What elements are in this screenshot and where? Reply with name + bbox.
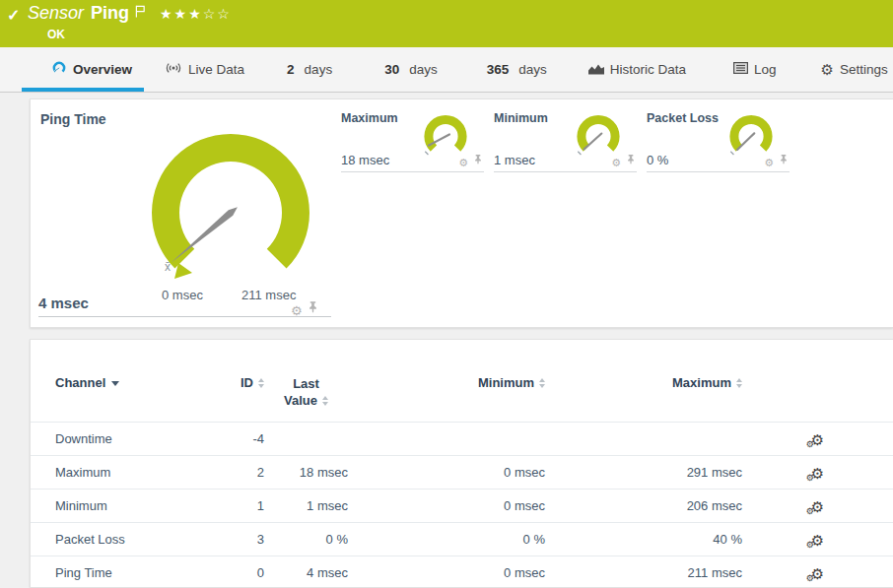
gauge-settings-gear-icon[interactable]: ⚙ bbox=[764, 158, 774, 168]
channel-id: 0 bbox=[169, 555, 264, 588]
mini-gauge-title: Packet Loss bbox=[647, 111, 719, 125]
tab-2-days[interactable]: 2 days bbox=[287, 47, 332, 92]
tab-live-data-label: Live Data bbox=[188, 62, 244, 77]
channel-table: Channel ID Last Value Minimum Maximum bbox=[31, 367, 893, 588]
mini-gauge-packet-loss: Packet Loss 0 % ⚙ bbox=[647, 109, 790, 172]
sensor-title: Sensor Ping ★★★☆☆ bbox=[28, 3, 232, 24]
tab-overview[interactable]: Overview bbox=[51, 47, 132, 92]
ping-time-gauge bbox=[132, 122, 329, 280]
gauge-settings-gear-icon[interactable]: ⚙ bbox=[458, 158, 468, 168]
sort-icon bbox=[258, 378, 264, 388]
channel-last-value: 0 % bbox=[264, 522, 348, 555]
table-row: Downtime -4 ⚙⚙ bbox=[31, 422, 893, 455]
mini-gauge-minimum: Minimum 1 msec ⚙ bbox=[494, 109, 637, 172]
channel-id: -4 bbox=[169, 422, 264, 455]
sensor-kind-label: Sensor bbox=[28, 3, 84, 24]
priority-stars[interactable]: ★★★☆☆ bbox=[160, 6, 232, 22]
channel-settings-gears-icon[interactable]: ⚙⚙ bbox=[811, 533, 824, 548]
mini-gauge-value: 18 msec bbox=[341, 153, 389, 167]
channel-minimum: 0 msec bbox=[348, 489, 545, 522]
mini-gauge-maximum: Maximum 18 msec ⚙ bbox=[341, 109, 484, 172]
gauge-settings-gear-icon[interactable]: ⚙ bbox=[611, 158, 621, 168]
sensor-name: Ping bbox=[91, 3, 129, 24]
broadcast-icon bbox=[165, 61, 182, 78]
main-gauge-title: Ping Time bbox=[40, 111, 106, 127]
sensor-status-bar: ✓ Sensor Ping ★★★☆☆ OK bbox=[0, 0, 893, 47]
gauge-pin-icon[interactable] bbox=[309, 299, 317, 317]
gauge-icon bbox=[51, 61, 67, 78]
channel-minimum: 0 msec bbox=[348, 455, 545, 489]
channel-maximum: 206 msec bbox=[545, 489, 742, 522]
main-gauge-value: 4 msec bbox=[38, 294, 89, 311]
channel-name[interactable]: Maximum bbox=[31, 455, 169, 489]
channel-maximum bbox=[545, 422, 742, 455]
tab-30-days[interactable]: 30 days bbox=[384, 47, 438, 92]
mini-gauge-title: Minimum bbox=[494, 111, 548, 125]
tab-log[interactable]: Log bbox=[733, 47, 777, 92]
gauge-pin-icon[interactable] bbox=[474, 151, 482, 168]
channel-last-value: 4 msec bbox=[264, 555, 348, 588]
channel-name[interactable]: Ping Time bbox=[31, 555, 169, 588]
tab-overview-label: Overview bbox=[73, 62, 132, 77]
channel-settings-gears-icon[interactable]: ⚙⚙ bbox=[811, 566, 824, 581]
tab-log-label: Log bbox=[754, 62, 777, 77]
channel-maximum: 211 msec bbox=[545, 555, 742, 588]
channel-id: 3 bbox=[169, 522, 264, 555]
gear-icon: ⚙ bbox=[821, 62, 834, 77]
sort-icon bbox=[539, 378, 545, 388]
tab-settings[interactable]: ⚙ Settings bbox=[821, 47, 888, 92]
column-header-actions bbox=[742, 367, 893, 422]
channel-maximum: 291 msec bbox=[545, 455, 742, 489]
mean-symbol: x̄ bbox=[165, 260, 171, 274]
channel-last-value: 18 msec bbox=[264, 455, 348, 489]
sort-icon bbox=[322, 396, 328, 406]
table-row: Maximum 2 18 msec 0 msec 291 msec ⚙⚙ bbox=[31, 455, 893, 489]
tab-historic-data[interactable]: Historic Data bbox=[588, 47, 686, 92]
gauge-scale-min: 0 msec bbox=[162, 288, 203, 302]
log-list-icon bbox=[733, 62, 748, 77]
channel-settings-gears-icon[interactable]: ⚙⚙ bbox=[811, 432, 824, 447]
mini-gauge-value: 1 msec bbox=[494, 153, 535, 167]
mini-gauge-value: 0 % bbox=[647, 153, 668, 167]
channel-maximum: 40 % bbox=[545, 522, 742, 555]
sort-descending-icon bbox=[111, 381, 119, 386]
tab-365-days-unit: days bbox=[518, 62, 547, 77]
prtg-sensor-page: ✓ Sensor Ping ★★★☆☆ OK Overview bbox=[0, 0, 893, 588]
column-header-channel[interactable]: Channel bbox=[31, 367, 169, 422]
tab-30-days-number: 30 bbox=[384, 62, 399, 77]
table-row: Packet Loss 3 0 % 0 % 40 % ⚙⚙ bbox=[31, 522, 893, 555]
gauge-scale-max: 211 msec bbox=[241, 288, 296, 302]
tab-live-data[interactable]: Live Data bbox=[165, 47, 244, 92]
channel-minimum bbox=[348, 422, 545, 455]
gauge-pin-icon[interactable] bbox=[627, 151, 635, 168]
channel-name[interactable]: Downtime bbox=[31, 422, 169, 455]
channel-last-value bbox=[264, 422, 348, 455]
area-chart-icon bbox=[588, 62, 604, 78]
column-header-id[interactable]: ID bbox=[169, 367, 264, 422]
tab-settings-label: Settings bbox=[840, 62, 888, 77]
channel-id: 2 bbox=[169, 455, 264, 489]
table-row: Ping Time 0 4 msec 0 msec 211 msec ⚙⚙ bbox=[31, 555, 893, 588]
gauge-block-divider bbox=[38, 316, 331, 317]
column-header-last-value[interactable]: Last Value bbox=[264, 367, 348, 422]
channel-settings-gears-icon[interactable]: ⚙⚙ bbox=[811, 466, 824, 481]
channel-minimum: 0 % bbox=[348, 522, 545, 555]
channel-settings-gears-icon[interactable]: ⚙⚙ bbox=[811, 499, 824, 514]
sort-icon bbox=[736, 378, 742, 388]
channel-table-panel: Channel ID Last Value Minimum Maximum bbox=[30, 339, 893, 588]
gauges-panel: Ping Time x̄ 0 msec 211 msec 4 msec ⚙ Ma… bbox=[30, 98, 893, 328]
gauge-pin-icon[interactable] bbox=[780, 151, 788, 168]
tab-2-days-number: 2 bbox=[287, 62, 295, 77]
tab-historic-data-label: Historic Data bbox=[610, 62, 686, 77]
gauge-needle bbox=[737, 133, 754, 150]
status-badge: OK bbox=[47, 28, 65, 41]
channel-name[interactable]: Packet Loss bbox=[31, 522, 169, 555]
table-row: Minimum 1 1 msec 0 msec 206 msec ⚙⚙ bbox=[31, 489, 893, 522]
channel-id: 1 bbox=[169, 489, 264, 522]
column-header-maximum[interactable]: Maximum bbox=[545, 367, 742, 422]
channel-name[interactable]: Minimum bbox=[31, 489, 169, 522]
tab-365-days-number: 365 bbox=[487, 62, 510, 77]
priority-flag-icon[interactable] bbox=[135, 4, 146, 22]
column-header-minimum[interactable]: Minimum bbox=[348, 367, 545, 422]
tab-365-days[interactable]: 365 days bbox=[487, 47, 547, 92]
